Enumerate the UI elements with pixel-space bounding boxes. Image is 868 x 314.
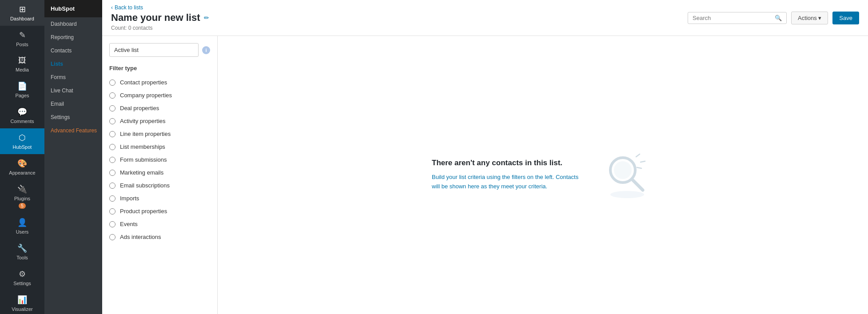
- edit-title-icon[interactable]: ✏: [204, 14, 209, 21]
- filter-radio-ads-interactions[interactable]: [109, 234, 115, 240]
- filter-option-events[interactable]: Events: [102, 218, 217, 231]
- empty-text: There aren't any contacts in this list. …: [432, 159, 583, 191]
- sidebar-item-label: Settings: [13, 281, 31, 286]
- submenu-item-reporting[interactable]: Reporting: [44, 31, 102, 44]
- filter-option-imports[interactable]: Imports: [102, 192, 217, 205]
- tools-icon: 🔧: [17, 243, 27, 253]
- left-sidebar: ⊞ Dashboard ✎ Posts 🖼 Media 📄 Pages 💬 Co…: [0, 0, 44, 314]
- filter-option-product-properties[interactable]: Product properties: [102, 205, 217, 218]
- filter-radio-deal[interactable]: [109, 105, 115, 111]
- appearance-icon: 🎨: [17, 159, 27, 168]
- sidebar-item-label: Appearance: [9, 170, 35, 175]
- sidebar-item-appearance[interactable]: 🎨 Appearance: [0, 154, 44, 180]
- filter-option-activity-properties[interactable]: Activity properties: [102, 115, 217, 127]
- back-link-label: Back to lists: [115, 4, 143, 11]
- filter-label-ads-interactions: Ads interactions: [120, 234, 161, 240]
- info-icon[interactable]: i: [202, 46, 210, 54]
- sidebar-item-label: Plugins: [14, 196, 30, 201]
- filter-option-form-submissions[interactable]: Form submissions: [102, 153, 217, 166]
- filter-option-ads-interactions[interactable]: Ads interactions: [102, 231, 217, 243]
- submenu-item-dashboard[interactable]: Dashboard: [44, 17, 102, 31]
- settings-icon: ⚙: [19, 269, 26, 279]
- filter-label-events: Events: [120, 221, 138, 227]
- filter-label-line-item: Line item properties: [120, 131, 171, 137]
- sidebar-item-users[interactable]: 👤 Users: [0, 213, 44, 239]
- empty-title: There aren't any contacts in this list.: [432, 159, 583, 167]
- sidebar-item-dashboard[interactable]: ⊞ Dashboard: [0, 0, 44, 26]
- svg-line-2: [632, 179, 643, 190]
- submenu-item-lists[interactable]: Lists: [44, 57, 102, 71]
- filter-label-activity: Activity properties: [120, 118, 166, 124]
- filter-radio-form-submissions[interactable]: [109, 157, 115, 163]
- submenu-item-contacts[interactable]: Contacts: [44, 44, 102, 57]
- sidebar-item-media[interactable]: 🖼 Media: [0, 52, 44, 77]
- empty-description: Build your list criteria using the filte…: [432, 173, 583, 191]
- topbar-right: 🔍 Actions ▾ Save: [688, 12, 859, 24]
- filter-type-label: Filter type: [102, 63, 217, 76]
- filter-label-marketing-emails: Marketing emails: [120, 169, 163, 176]
- svg-point-3: [610, 191, 644, 198]
- visualizer-icon: 📊: [17, 295, 27, 305]
- hubspot-submenu: HubSpot Dashboard Reporting Contacts Lis…: [44, 0, 102, 314]
- sidebar-item-label: Media: [16, 67, 29, 72]
- filter-dropdown-row: Active list Static list i: [102, 43, 217, 63]
- actions-button[interactable]: Actions ▾: [791, 12, 828, 24]
- filter-radio-marketing-emails[interactable]: [109, 170, 115, 176]
- filter-radio-events[interactable]: [109, 221, 115, 227]
- filter-radio-line-item[interactable]: [109, 131, 115, 137]
- filter-radio-list-memberships[interactable]: [109, 144, 115, 150]
- filter-option-marketing-emails[interactable]: Marketing emails: [102, 166, 217, 179]
- filter-radio-company[interactable]: [109, 92, 115, 99]
- submenu-item-settings[interactable]: Settings: [44, 111, 102, 124]
- empty-illustration: [601, 148, 654, 203]
- filter-option-line-item-properties[interactable]: Line item properties: [102, 127, 217, 140]
- filter-label-product-properties: Product properties: [120, 208, 167, 215]
- sidebar-item-visualizer[interactable]: 📊 Visualizer: [0, 290, 44, 314]
- main-content: ‹ Back to lists Name your new list ✏ Cou…: [102, 0, 868, 314]
- filter-radio-email-subscriptions[interactable]: [109, 183, 115, 189]
- sidebar-item-tools[interactable]: 🔧 Tools: [0, 239, 44, 265]
- back-arrow-icon: ‹: [111, 4, 113, 11]
- filter-radio-product-properties[interactable]: [109, 208, 115, 215]
- back-to-lists-link[interactable]: ‹ Back to lists: [111, 4, 209, 11]
- sidebar-item-settings[interactable]: ⚙ Settings: [0, 265, 44, 290]
- filter-option-company-properties[interactable]: Company properties: [102, 89, 217, 102]
- filter-option-contact-properties[interactable]: Contact properties: [102, 76, 217, 89]
- sidebar-item-label: Pages: [15, 93, 29, 98]
- svg-line-6: [637, 167, 641, 168]
- filter-option-deal-properties[interactable]: Deal properties: [102, 102, 217, 115]
- page-title-row: Name your new list ✏: [111, 12, 209, 24]
- filter-option-list-memberships[interactable]: List memberships: [102, 140, 217, 153]
- submenu-item-forms[interactable]: Forms: [44, 71, 102, 84]
- filter-radio-imports[interactable]: [109, 195, 115, 202]
- sidebar-item-plugins[interactable]: 🔌 Plugins 5: [0, 180, 44, 213]
- sidebar-item-pages[interactable]: 📄 Pages: [0, 77, 44, 103]
- sidebar-item-posts[interactable]: ✎ Posts: [0, 26, 44, 52]
- empty-state: There aren't any contacts in this list. …: [218, 36, 868, 314]
- sidebar-item-comments[interactable]: 💬 Comments: [0, 103, 44, 128]
- sidebar-item-hubspot[interactable]: ⬡ HubSpot: [0, 128, 44, 154]
- search-box[interactable]: 🔍: [688, 12, 787, 24]
- hubspot-icon: ⬡: [19, 133, 26, 143]
- filter-panel: Active list Static list i Filter type Co…: [102, 36, 218, 314]
- sidebar-item-label: Users: [16, 229, 29, 235]
- submenu-item-live-chat[interactable]: Live Chat: [44, 84, 102, 97]
- filter-radio-contact[interactable]: [109, 79, 115, 86]
- filter-radio-activity[interactable]: [109, 118, 115, 124]
- save-button[interactable]: Save: [832, 12, 859, 24]
- filter-option-email-subscriptions[interactable]: Email subscriptions: [102, 179, 217, 192]
- filter-label-company: Company properties: [120, 92, 172, 99]
- filter-label-email-subscriptions: Email subscriptions: [120, 182, 170, 189]
- submenu-item-email[interactable]: Email: [44, 97, 102, 111]
- filter-label-imports: Imports: [120, 195, 139, 202]
- plugins-badge: 5: [19, 203, 26, 209]
- pages-icon: 📄: [17, 81, 27, 91]
- search-input[interactable]: [693, 15, 772, 21]
- svg-point-1: [614, 161, 632, 179]
- sidebar-item-label: Dashboard: [10, 16, 34, 21]
- topbar: ‹ Back to lists Name your new list ✏ Cou…: [102, 0, 868, 36]
- sidebar-item-label: Visualizer: [12, 306, 33, 312]
- list-type-select[interactable]: Active list Static list: [109, 43, 199, 57]
- submenu-item-advanced[interactable]: Advanced Features: [44, 124, 102, 137]
- sidebar-item-label: Comments: [10, 119, 34, 124]
